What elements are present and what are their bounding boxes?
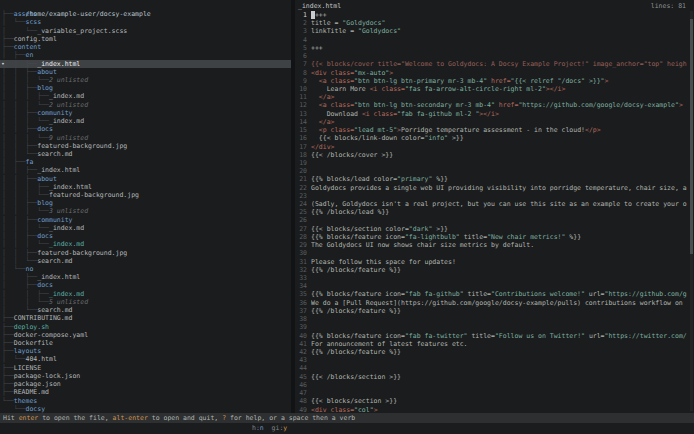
tree-item-dir[interactable]: │ │ ├──about	[0, 175, 291, 183]
tree-item-file[interactable]: ├──CONTRIBUTING.md	[0, 314, 291, 322]
code-text: {{% blocks/feature icon="fab fa-twitter"…	[311, 332, 687, 340]
line-number: 34	[295, 282, 307, 290]
preview-code: 1 +++2title = "Goldydocs"3linkTitle = "G…	[295, 11, 687, 413]
code-line: 41For announcement of latest features et…	[295, 340, 687, 348]
tree-item-dir[interactable]: ├──assets	[0, 10, 291, 18]
line-number: 26	[295, 216, 307, 224]
code-segment: </div>	[311, 143, 334, 151]
tree-branch-guides: │ │ │ └──	[2, 76, 49, 84]
tree-item-dir[interactable]: │ └──no	[0, 265, 291, 273]
code-segment: ></i>	[479, 110, 499, 118]
code-segment: "https://github.com/g	[605, 290, 687, 298]
tree-item-file[interactable]: ├──package-lock.json	[0, 372, 291, 380]
line-number: 39	[295, 323, 307, 331]
code-text	[311, 282, 687, 290]
code-segment: {{< blocks/cover title="Welcome to Goldy…	[311, 60, 687, 68]
tree-item-file[interactable]: ├──deploy.sh	[0, 323, 291, 331]
line-number: 37	[295, 307, 307, 315]
tree-item-file[interactable]: │ └──404.html	[0, 355, 291, 363]
code-line: 14 </a>	[295, 118, 687, 126]
tree-item-file[interactable]: ├──LICENSE	[0, 364, 291, 372]
code-line: 18{{< /blocks/cover >}}	[295, 151, 687, 159]
line-number: 46	[295, 381, 307, 389]
tree-branch-guides: │ └──	[2, 355, 25, 363]
tree-item-file[interactable]: │ │ └──search.md	[0, 257, 291, 265]
tree-item-file[interactable]: ├──README.md	[0, 388, 291, 396]
tree-item-dir[interactable]: │ │ ├──community	[0, 216, 291, 224]
line-number: 1	[295, 11, 307, 19]
code-segment: title =	[311, 19, 342, 27]
code-text: linkTitle = "Goldydocs"	[311, 27, 687, 35]
line-number: 4	[295, 36, 307, 44]
code-segment: "Contributions welcome!"	[491, 290, 585, 298]
tree-item-label: docsy	[25, 405, 45, 413]
tree-branch-guides: ├──	[2, 331, 14, 339]
tree-item-label: config.toml	[14, 35, 57, 43]
tree-item-file[interactable]: ├──config.toml	[0, 35, 291, 43]
tree-item-file[interactable]: │ └──_variables_project.scss	[0, 27, 291, 35]
code-text	[311, 159, 687, 167]
code-segment	[311, 93, 319, 101]
tree-branch-guides: │ │ ├──	[2, 232, 37, 240]
tree-item-dir[interactable]: │ │ ├──docs	[0, 125, 291, 133]
code-line: 25{{% /blocks/lead %}}	[295, 208, 687, 216]
line-number: 16	[295, 134, 307, 142]
line-number: 8	[295, 69, 307, 77]
line-number: 3	[295, 27, 307, 35]
tree-item-dir[interactable]: │ │ ├──community	[0, 109, 291, 117]
line-number: 47	[295, 389, 307, 397]
tree-item-dir[interactable]: └──themes	[0, 397, 291, 405]
line-number: 9	[295, 77, 307, 85]
preview-scrollbar[interactable]	[690, 11, 693, 411]
tree-item-file[interactable]: ├──Dockerfile	[0, 339, 291, 347]
code-segment: >	[389, 69, 393, 77]
tree-branch-guides: │ │ │ └──	[2, 134, 49, 142]
tree-item-label: community	[37, 216, 72, 224]
tree-item-file[interactable]: │ │ │ └──_index.md	[0, 224, 291, 232]
code-segment: The Goldydocs UI now shows chair size me…	[311, 241, 534, 249]
code-text	[311, 274, 687, 282]
code-text: Please follow this space for updates!	[311, 258, 687, 266]
preview-panel[interactable]: _index.html lines: 81 1 +++2title = "Gol…	[295, 0, 694, 413]
tree-item-dir[interactable]: ├──content	[0, 43, 291, 51]
code-line: 42{{% /blocks/feature %}}	[295, 348, 687, 356]
tree-item-file[interactable]: •│ │ ├──_index.html	[0, 60, 291, 68]
tree-item-file[interactable]: │ │ ├──featured-background.jpg	[0, 142, 291, 150]
line-number: 17	[295, 143, 307, 151]
code-text	[311, 389, 687, 397]
tree-item-file[interactable]: │ │ ├──_index.html	[0, 166, 291, 174]
code-text: title = "Goldydocs"	[311, 19, 687, 27]
tree-item-file[interactable]: │ │ ├──featured-background.jpg	[0, 249, 291, 257]
code-segment: {{% blocks/feature icon=	[311, 332, 405, 340]
line-number: 49	[295, 406, 307, 414]
tree-branch-guides: │ │ ├──	[2, 166, 37, 174]
tree-item-file[interactable]: │ │ ├──_index.md	[0, 290, 291, 298]
line-number: 48	[295, 397, 307, 405]
code-segment: <a class=	[319, 77, 354, 85]
tree-item-dir[interactable]: │ └──scss	[0, 18, 291, 26]
line-number: 38	[295, 315, 307, 323]
code-segment: url=	[585, 290, 605, 298]
tree-item-file[interactable]: │ │ │ ├──_index.md	[0, 92, 291, 100]
tree-item-dir[interactable]: │ ├──docs	[0, 281, 291, 289]
line-number: 43	[295, 356, 307, 364]
tree-item-file[interactable]: ├──docker-compose.yaml	[0, 331, 291, 339]
tree-item-dir[interactable]: │ │ ├──about	[0, 68, 291, 76]
code-line: 17</div>	[295, 143, 687, 151]
code-text	[311, 249, 687, 257]
command-input-line[interactable]: :e h:n gi:y	[0, 423, 694, 434]
tree-item-file[interactable]: │ │ │ └──_index.md	[0, 240, 291, 248]
tree-branch-guides: │ │ │ └──	[2, 101, 49, 109]
tree-item-file[interactable]: │ │ │ ├──_index.html	[0, 183, 291, 191]
code-segment: href=	[495, 101, 518, 109]
tree-root-path: /home/example-user/docsy-example	[0, 2, 291, 10]
tree-item-dir[interactable]: └──docsy	[0, 405, 291, 413]
preview-scrollbar-thumb[interactable]	[690, 19, 693, 254]
tree-item-dir[interactable]: │ ├──en	[0, 51, 291, 59]
line-number: 5	[295, 44, 307, 52]
tree-item-label: about	[37, 68, 57, 76]
file-tree-panel[interactable]: /home/example-user/docsy-example ├──asse…	[0, 0, 291, 413]
code-line: 5+++	[295, 44, 687, 52]
code-segment: "mx-auto"	[354, 69, 389, 77]
tree-item-file[interactable]: │ │ └──search.md	[0, 150, 291, 158]
